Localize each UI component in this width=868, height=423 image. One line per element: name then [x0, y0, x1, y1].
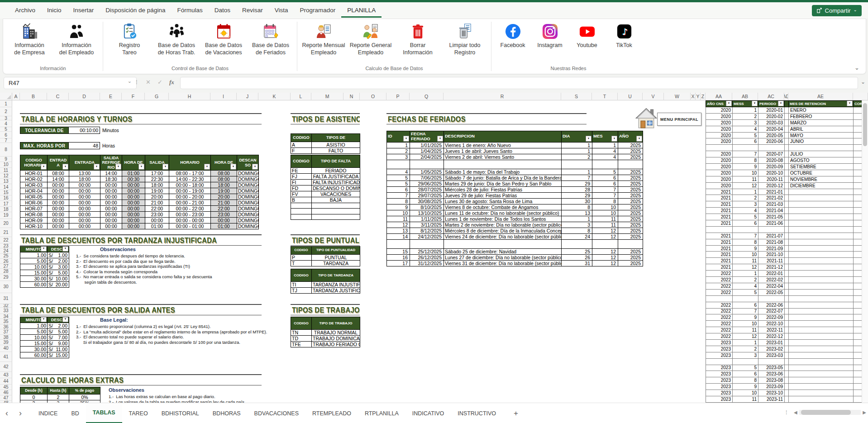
- cell[interactable]: [785, 201, 789, 208]
- cell[interactable]: [758, 358, 785, 365]
- ribbon-button-instagram[interactable]: Instagram: [531, 21, 568, 49]
- cell[interactable]: S/5.00: [48, 329, 69, 335]
- cell[interactable]: 11: [733, 396, 758, 402]
- sheet-tab-rtplanilla[interactable]: RTPLANILLA: [358, 403, 405, 423]
- cell[interactable]: JULIO: [789, 151, 854, 157]
- cell[interactable]: 1/05/2025: [410, 169, 444, 175]
- cell[interactable]: 0: [20, 394, 48, 400]
- cell[interactable]: Lunes 1 de noviembre: Día de Todos los S…: [444, 216, 562, 222]
- cell[interactable]: 00:00: [48, 182, 69, 188]
- cell[interactable]: 14: [387, 233, 410, 239]
- cell[interactable]: 14:00 - 22:30: [169, 176, 211, 182]
- cell[interactable]: 2022: [706, 327, 733, 333]
- cell[interactable]: TJ: [291, 288, 312, 294]
- cell[interactable]: 6: [733, 302, 758, 308]
- cell[interactable]: 2022-09: [758, 314, 785, 321]
- column-header-D[interactable]: D: [69, 93, 100, 100]
- cell[interactable]: FERIADO: [312, 168, 360, 174]
- menu-tab-disposici-n-de-p-gina[interactable]: Disposición de página: [100, 3, 171, 18]
- cell[interactable]: 2025: [618, 142, 643, 148]
- cell[interactable]: DOMINGO: [237, 218, 259, 223]
- cell[interactable]: 2023-09: [758, 384, 785, 390]
- cell[interactable]: 2021-01: [758, 189, 785, 195]
- cell[interactable]: 2025: [618, 210, 643, 216]
- cell[interactable]: Jueves 1 de abril: Jueves Santo: [444, 148, 562, 154]
- cell[interactable]: DESCANSO O DOMINICAL: [312, 185, 360, 191]
- cell[interactable]: 00:00: [48, 218, 69, 223]
- cell[interactable]: 2020: [706, 157, 733, 164]
- cell[interactable]: 7: [592, 192, 618, 198]
- cell[interactable]: 31: [562, 260, 592, 266]
- cell[interactable]: 2022-06: [758, 302, 785, 308]
- cell[interactable]: 2020: [706, 126, 733, 132]
- cell[interactable]: 1: [592, 142, 618, 148]
- cell[interactable]: 2025: [618, 154, 643, 160]
- cell[interactable]: MARZO: [789, 119, 854, 126]
- cell[interactable]: [789, 295, 854, 302]
- sheet-tab-tablas[interactable]: TABLAS: [86, 403, 122, 423]
- cell[interactable]: 00:00 - 23:00: [169, 212, 211, 218]
- cell[interactable]: 25: [562, 248, 592, 254]
- cell[interactable]: [785, 289, 789, 295]
- cell[interactable]: 2021-07: [758, 233, 785, 239]
- cell[interactable]: 00:00: [69, 194, 100, 200]
- cell[interactable]: [789, 208, 854, 214]
- cell[interactable]: 5.00: [20, 329, 48, 335]
- cell[interactable]: 7: [592, 186, 618, 192]
- menu-tab-f-rmulas[interactable]: Fórmulas: [171, 3, 208, 18]
- cell[interactable]: 2: [48, 394, 69, 400]
- cell[interactable]: 6: [733, 371, 758, 377]
- cell[interactable]: 2: [387, 148, 410, 154]
- cell[interactable]: 2023: [706, 371, 733, 377]
- cell[interactable]: S/2.00: [48, 323, 69, 329]
- cell[interactable]: 00:00: [122, 206, 145, 212]
- cell[interactable]: 6: [592, 181, 618, 186]
- column-header-cut[interactable]: [853, 93, 868, 100]
- cell[interactable]: 00:00: [211, 218, 237, 223]
- cell[interactable]: [785, 151, 789, 157]
- cell[interactable]: 2020: [706, 176, 733, 182]
- cell[interactable]: 12: [592, 248, 618, 254]
- cell[interactable]: 5: [733, 289, 758, 295]
- cell[interactable]: 08:00: [48, 171, 69, 176]
- cell[interactable]: 2025: [618, 216, 643, 222]
- cell[interactable]: [291, 214, 312, 219]
- cell[interactable]: 2023-01: [758, 339, 785, 346]
- cell[interactable]: 01:00: [145, 223, 169, 229]
- cell[interactable]: 4: [733, 126, 758, 132]
- cell[interactable]: 2021-05: [758, 214, 785, 220]
- cell[interactable]: [444, 160, 562, 169]
- cell[interactable]: 2021-04: [758, 208, 785, 214]
- cell[interactable]: 00:00: [48, 212, 69, 218]
- cell[interactable]: 00:00: [69, 206, 100, 212]
- cell[interactable]: 8: [733, 157, 758, 164]
- home-icon[interactable]: [635, 107, 657, 130]
- cell[interactable]: 2023: [706, 352, 733, 358]
- cell[interactable]: 2020: [706, 107, 733, 114]
- cell[interactable]: HOR-10: [20, 223, 48, 229]
- cell[interactable]: [785, 226, 789, 233]
- filter-dropdown-icon[interactable]: ▼: [62, 317, 68, 323]
- ribbon-button-reporte-mensual-empleado[interactable]: Reporte MensualEmpleado: [300, 21, 347, 57]
- cell[interactable]: [789, 377, 854, 384]
- cell[interactable]: 13:00: [69, 171, 100, 176]
- fx-icon[interactable]: fx: [169, 79, 174, 86]
- cell[interactable]: [785, 195, 789, 201]
- cell[interactable]: [785, 339, 789, 346]
- cell[interactable]: S/20.00: [48, 282, 69, 288]
- cell[interactable]: 18:30: [100, 176, 122, 182]
- cell[interactable]: [291, 203, 312, 209]
- cell[interactable]: Miércoles 28 de julio: Fiestas Patrias: [444, 186, 562, 192]
- cell[interactable]: 5: [733, 365, 758, 371]
- sheet-tab-tareo[interactable]: TAREO: [122, 403, 155, 423]
- cell[interactable]: [785, 138, 789, 145]
- cell[interactable]: 2: [733, 277, 758, 283]
- filter-dropdown-icon[interactable]: ▼: [403, 136, 409, 142]
- filter-dropdown-icon[interactable]: ▼: [41, 164, 47, 170]
- cell[interactable]: 00:00: [100, 223, 122, 229]
- cell[interactable]: 8: [387, 198, 410, 204]
- cell[interactable]: 2025: [618, 169, 643, 175]
- cell[interactable]: 4: [733, 208, 758, 214]
- cell[interactable]: 14:00: [48, 176, 69, 182]
- cell[interactable]: 08:00 - 17:00: [169, 171, 211, 176]
